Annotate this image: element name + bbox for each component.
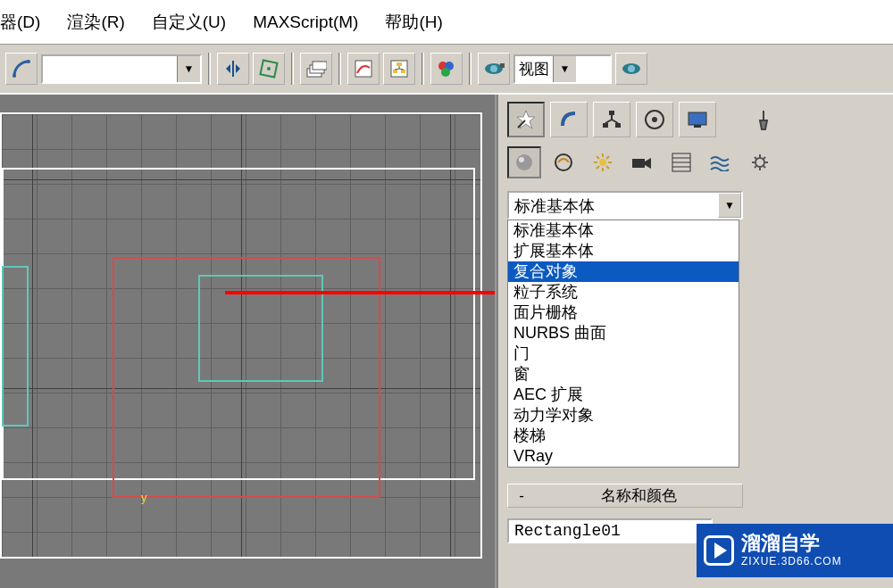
menu-item-graph[interactable]: 器(D) [0, 11, 40, 34]
svg-rect-21 [500, 63, 505, 68]
brand-url: ZIXUE.3D66.COM [741, 555, 842, 567]
lights-icon[interactable] [586, 146, 620, 178]
material-editor-icon[interactable] [430, 53, 463, 85]
rollup-title: 名称和颜色 [535, 485, 742, 506]
svg-rect-26 [615, 123, 621, 128]
watermark-badge: 溜溜自学 ZIXUE.3D66.COM [697, 524, 893, 577]
shapes-icon[interactable] [547, 146, 580, 178]
mirror-icon[interactable] [217, 53, 249, 85]
create-subcategories [507, 146, 884, 178]
modify-tab[interactable] [550, 102, 588, 137]
svg-line-28 [605, 120, 612, 123]
schematic-view-icon[interactable] [383, 53, 415, 85]
brand-title: 溜溜自学 [741, 534, 842, 553]
separator [208, 53, 211, 85]
svg-rect-12 [401, 70, 405, 73]
hierarchy-tab[interactable] [593, 102, 630, 137]
geometry-icon[interactable] [507, 146, 541, 178]
svg-point-31 [652, 117, 657, 122]
menu-bar: 器(D) 渲染(R) 自定义(U) MAXScript(M) 帮助(H) [0, 0, 893, 45]
list-item[interactable]: 动力学对象 [508, 405, 739, 426]
render-view-dropdown[interactable]: 视图 ▼ [513, 54, 612, 84]
play-icon [704, 535, 734, 566]
svg-rect-32 [689, 112, 706, 125]
svg-point-36 [555, 154, 572, 170]
selection-set-dropdown[interactable]: ▼ [41, 54, 202, 84]
main-area: y [0, 95, 893, 588]
shape-teal-left [2, 266, 29, 427]
list-item[interactable]: NURBS 曲面 [508, 323, 739, 344]
list-item-compound[interactable]: 复合对象 [508, 261, 739, 282]
svg-rect-10 [396, 62, 402, 66]
svg-line-29 [612, 120, 618, 123]
svg-point-1 [27, 60, 30, 63]
spacewarps-icon[interactable] [704, 146, 738, 178]
curve-editor-icon[interactable] [347, 53, 380, 85]
object-name-input[interactable]: Rectangle01 [507, 518, 713, 543]
geometry-type-list[interactable]: 标准基本体 扩展基本体 复合对象 粒子系统 面片栅格 NURBS 曲面 门 窗 … [507, 219, 739, 468]
menu-item-maxscript[interactable]: MAXScript(M) [253, 12, 358, 32]
collapse-toggle[interactable]: - [508, 487, 535, 505]
list-item[interactable]: VRay [508, 446, 739, 467]
chevron-down-icon: ▼ [553, 56, 576, 82]
list-item[interactable]: 面片栅格 [508, 302, 739, 323]
command-panel: 标准基本体 ▼ 标准基本体 扩展基本体 复合对象 粒子系统 面片栅格 NURBS… [497, 95, 893, 588]
category-selected-label: 标准基本体 [509, 193, 718, 218]
svg-point-35 [519, 157, 524, 162]
viewport-inner: y [0, 112, 482, 559]
render-setup-icon[interactable] [478, 53, 510, 85]
svg-point-0 [13, 74, 16, 78]
rollup-name-and-color[interactable]: - 名称和颜色 [507, 484, 743, 508]
chevron-down-icon: ▼ [718, 193, 741, 218]
svg-rect-24 [609, 111, 614, 115]
separator [338, 53, 341, 85]
svg-rect-33 [694, 125, 701, 128]
menu-item-help[interactable]: 帮助(H) [385, 11, 442, 34]
render-view-label: 视图 [515, 56, 553, 82]
viewport[interactable]: y [0, 95, 497, 588]
command-tabs [507, 102, 884, 137]
svg-rect-38 [632, 159, 645, 168]
utilities-tab[interactable] [745, 102, 782, 137]
separator [421, 53, 424, 85]
svg-point-34 [516, 154, 532, 170]
separator [291, 53, 294, 85]
separator [469, 53, 472, 85]
list-item[interactable]: 楼梯 [508, 426, 739, 446]
svg-point-18 [441, 68, 450, 77]
axis-y-label: y [141, 491, 147, 504]
svg-point-20 [490, 65, 497, 72]
list-item[interactable]: AEC 扩展 [508, 385, 739, 405]
list-item[interactable]: 窗 [508, 364, 739, 385]
svg-rect-8 [355, 61, 371, 77]
list-item[interactable]: 粒子系统 [508, 282, 739, 302]
display-tab[interactable] [679, 102, 716, 137]
svg-point-37 [599, 159, 606, 166]
align-icon[interactable] [253, 53, 285, 85]
svg-point-4 [267, 67, 271, 70]
systems-icon[interactable] [743, 146, 777, 178]
helpers-icon[interactable] [664, 146, 698, 178]
menu-item-customize[interactable]: 自定义(U) [152, 11, 226, 34]
list-item[interactable]: 门 [508, 344, 739, 364]
geometry-category-dropdown[interactable]: 标准基本体 ▼ [507, 191, 743, 219]
main-toolbar: ▼ 视图 ▼ [0, 45, 893, 95]
create-tab[interactable] [507, 102, 545, 137]
chevron-down-icon: ▼ [177, 56, 200, 82]
list-item[interactable]: 标准基本体 [508, 220, 739, 241]
arc-icon[interactable] [5, 53, 38, 85]
svg-point-23 [628, 65, 635, 72]
svg-rect-25 [603, 123, 608, 128]
motion-tab[interactable] [636, 102, 673, 137]
svg-rect-11 [393, 70, 397, 73]
cameras-icon[interactable] [625, 146, 659, 178]
quick-render-icon[interactable] [615, 53, 647, 85]
annotation-arrow [225, 284, 497, 302]
layers-icon[interactable] [300, 53, 332, 85]
menu-item-render[interactable]: 渲染(R) [67, 11, 124, 34]
svg-rect-7 [313, 62, 327, 70]
list-item[interactable]: 扩展基本体 [508, 241, 739, 261]
